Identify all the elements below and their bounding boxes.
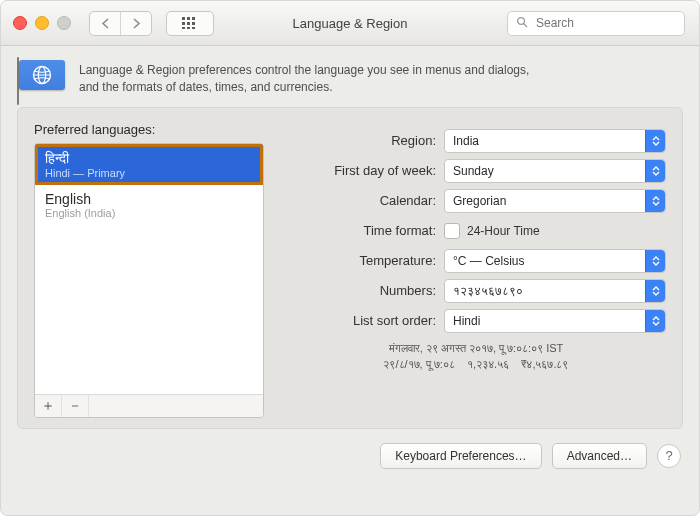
search-input[interactable] xyxy=(534,15,688,31)
language-item-english[interactable]: English English (India) xyxy=(35,185,263,225)
sort-order-select[interactable]: Hindi xyxy=(444,309,666,333)
forward-button[interactable] xyxy=(120,12,151,35)
sort-order-value: Hindi xyxy=(453,314,480,328)
numbers-value: १२३४५६७८९० xyxy=(453,284,523,298)
svg-rect-8 xyxy=(192,27,195,29)
language-detail: Hindi — Primary xyxy=(45,167,253,179)
stepper-icon xyxy=(645,310,665,332)
calendar-select[interactable]: Gregorian xyxy=(444,189,666,213)
stepper-icon xyxy=(645,250,665,272)
time-format-label: Time format: xyxy=(286,223,444,238)
svg-rect-6 xyxy=(182,27,185,29)
svg-line-10 xyxy=(524,23,527,26)
svg-rect-0 xyxy=(182,17,185,20)
temperature-value: °C — Celsius xyxy=(453,254,524,268)
close-window-button[interactable] xyxy=(13,16,27,30)
intro-line-1: Language & Region preferences control th… xyxy=(79,62,529,79)
svg-rect-2 xyxy=(192,17,195,20)
time-format-checkbox[interactable] xyxy=(444,223,460,239)
language-detail: English (India) xyxy=(45,207,253,219)
svg-rect-1 xyxy=(187,17,190,20)
time-format-value: 24-Hour Time xyxy=(467,224,540,238)
calendar-value: Gregorian xyxy=(453,194,506,208)
titlebar: Language & Region xyxy=(1,1,699,46)
language-native: हिन्दी xyxy=(45,150,253,167)
globe-flag-icon xyxy=(19,60,65,97)
temperature-label: Temperature: xyxy=(286,253,444,268)
preferred-languages-label: Preferred languages: xyxy=(34,122,264,137)
svg-rect-5 xyxy=(192,22,195,25)
languages-list[interactable]: हिन्दी Hindi — Primary English English (… xyxy=(35,144,263,394)
stepper-icon xyxy=(645,160,665,182)
region-settings: Region: India First day of week: Sunday … xyxy=(286,122,666,418)
svg-rect-3 xyxy=(182,22,185,25)
first-day-label: First day of week: xyxy=(286,163,444,178)
remove-language-button[interactable]: － xyxy=(62,395,89,417)
add-language-button[interactable]: ＋ xyxy=(35,395,62,417)
languages-list-footer: ＋ － xyxy=(35,394,263,417)
region-select[interactable]: India xyxy=(444,129,666,153)
intro: Language & Region preferences control th… xyxy=(1,46,699,107)
window-controls xyxy=(13,16,71,30)
nav-buttons xyxy=(89,11,152,36)
intro-line-2: and the formats of dates, times, and cur… xyxy=(79,79,529,96)
show-all-button[interactable] xyxy=(166,11,214,36)
help-button[interactable]: ? xyxy=(657,444,681,468)
sample-line-2: २९/८/१७, पू ७:०८ १,२३४.५६ ₹४,५६७.८९ xyxy=(286,356,666,373)
minimize-window-button[interactable] xyxy=(35,16,49,30)
sort-order-label: List sort order: xyxy=(286,313,444,328)
calendar-label: Calendar: xyxy=(286,193,444,208)
zoom-window-button[interactable] xyxy=(57,16,71,30)
format-sample: मंगलवार, २९ अगस्त २०१७, पू ७:०८:०९ IST २… xyxy=(286,340,666,373)
first-day-select[interactable]: Sunday xyxy=(444,159,666,183)
first-day-value: Sunday xyxy=(453,164,494,178)
temperature-select[interactable]: °C — Celsius xyxy=(444,249,666,273)
search-icon xyxy=(516,16,528,31)
language-native: English xyxy=(45,191,253,207)
main-panel: Preferred languages: हिन्दी Hindi — Prim… xyxy=(17,107,683,429)
preferred-languages-section: Preferred languages: हिन्दी Hindi — Prim… xyxy=(34,122,264,418)
back-button[interactable] xyxy=(90,12,120,35)
stepper-icon xyxy=(645,280,665,302)
svg-rect-4 xyxy=(187,22,190,25)
numbers-label: Numbers: xyxy=(286,283,444,298)
numbers-select[interactable]: १२३४५६७८९० xyxy=(444,279,666,303)
region-label: Region: xyxy=(286,133,444,148)
sample-line-1: मंगलवार, २९ अगस्त २०१७, पू ७:०८:०९ IST xyxy=(286,340,666,357)
stepper-icon xyxy=(645,130,665,152)
search-field[interactable] xyxy=(507,11,685,36)
svg-rect-7 xyxy=(187,27,190,29)
region-value: India xyxy=(453,134,479,148)
keyboard-preferences-button[interactable]: Keyboard Preferences… xyxy=(380,443,541,469)
preferences-window: Language & Region Language & Region pref… xyxy=(0,0,700,516)
stepper-icon xyxy=(645,190,665,212)
languages-listbox: हिन्दी Hindi — Primary English English (… xyxy=(34,143,264,418)
footer: Keyboard Preferences… Advanced… ? xyxy=(1,429,699,469)
intro-text: Language & Region preferences control th… xyxy=(79,60,529,97)
svg-point-9 xyxy=(518,17,525,24)
language-item-hindi[interactable]: हिन्दी Hindi — Primary xyxy=(35,144,263,185)
advanced-button[interactable]: Advanced… xyxy=(552,443,647,469)
